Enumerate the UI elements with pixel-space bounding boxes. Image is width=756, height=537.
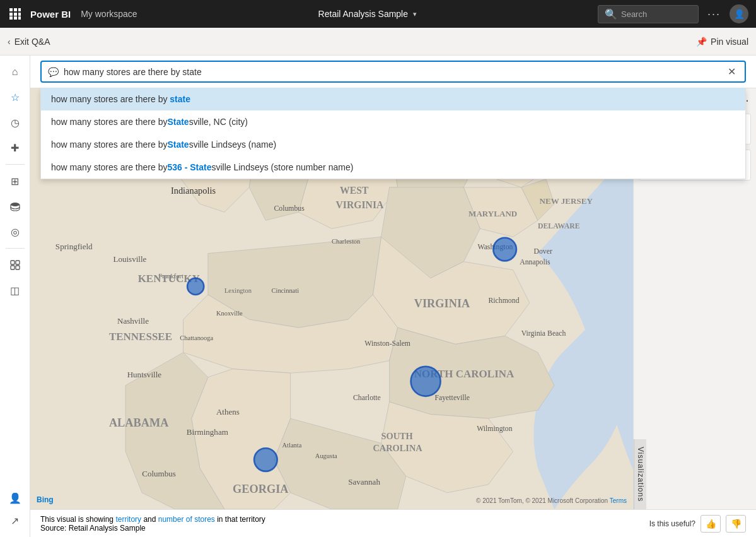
status-message: This visual is showing territory and num… xyxy=(40,515,265,533)
svg-text:Springfield: Springfield xyxy=(55,242,93,251)
bing-watermark: Bing xyxy=(37,495,54,504)
sidebar-item-metrics[interactable]: ◎ xyxy=(4,220,26,243)
left-sidebar: ⌂ ☆ ◷ ✚ ⊞ ◎ ◫ 👤 ↗ xyxy=(0,56,30,537)
back-chevron-icon: ‹ xyxy=(8,37,11,47)
status-suffix: in that territory xyxy=(215,515,265,524)
svg-text:Winston-Salem: Winston-Salem xyxy=(364,339,410,348)
avatar[interactable]: 👤 xyxy=(730,4,748,23)
svg-text:Wilmington: Wilmington xyxy=(477,425,513,433)
sidebar-bottom: 👤 ↗ xyxy=(4,487,26,532)
svg-text:Knoxville: Knoxville xyxy=(216,310,243,317)
qa-comment-icon: 💬 xyxy=(48,67,59,77)
status-source: Source: Retail Analysis Sample xyxy=(40,524,265,533)
main-layout: ⌂ ☆ ◷ ✚ ⊞ ◎ ◫ 👤 ↗ 💬 ✕ xyxy=(0,56,756,537)
avatar-icon: 👤 xyxy=(734,9,745,19)
svg-text:WEST: WEST xyxy=(340,185,369,196)
svg-text:Columbus: Columbus xyxy=(142,469,176,478)
svg-rect-2 xyxy=(18,8,21,11)
svg-text:TENNESSEE: TENNESSEE xyxy=(109,331,172,343)
thumbs-up-button[interactable]: 👍 xyxy=(701,515,721,533)
svg-text:VIRGINIA: VIRGINIA xyxy=(336,199,385,210)
status-stores: number of stores xyxy=(158,515,215,524)
bing-logo: Bing xyxy=(37,495,54,504)
pin-visual-button[interactable]: 📌 Pin visual xyxy=(696,37,748,47)
map-terms-link[interactable]: Terms xyxy=(610,497,627,504)
thumbs-up-icon: 👍 xyxy=(706,519,716,529)
search-input[interactable] xyxy=(621,9,692,19)
workspace-link[interactable]: My workspace xyxy=(81,9,137,19)
svg-text:Indianapolis: Indianapolis xyxy=(171,186,216,196)
sidebar-divider-2 xyxy=(6,248,25,249)
thumbs-down-button[interactable]: 👎 xyxy=(726,515,746,533)
sidebar-item-favorites[interactable]: ☆ xyxy=(4,86,26,109)
svg-text:GEORGIA: GEORGIA xyxy=(233,483,289,495)
qa-input-wrapper: 💬 ✕ xyxy=(40,61,746,83)
autocomplete-item-1[interactable]: how many stores are there by Statesville… xyxy=(41,110,745,133)
svg-point-64 xyxy=(254,448,277,471)
sidebar-item-account[interactable]: 👤 xyxy=(4,487,26,509)
qa-input[interactable] xyxy=(64,67,720,77)
sidebar-item-apps[interactable] xyxy=(4,254,26,276)
svg-text:Louisville: Louisville xyxy=(113,254,146,264)
sidebar-item-recent[interactable]: ◷ xyxy=(4,111,26,134)
brand-name: Power BI xyxy=(30,9,71,20)
svg-text:Athens: Athens xyxy=(216,407,240,416)
svg-text:Lexington: Lexington xyxy=(224,287,252,294)
svg-text:SOUTH: SOUTH xyxy=(381,431,412,441)
pin-icon: 📌 xyxy=(696,37,707,47)
svg-rect-4 xyxy=(14,13,17,16)
sidebar-item-learn[interactable]: ◫ xyxy=(4,279,26,302)
more-options-button[interactable]: ··· xyxy=(704,5,724,23)
autocomplete-item-2[interactable]: how many stores are there by Statesville… xyxy=(41,133,745,156)
top-navigation: Power BI My workspace Retail Analysis Sa… xyxy=(0,0,756,28)
svg-text:Cincinnati: Cincinnati xyxy=(272,287,299,294)
svg-text:Augusta: Augusta xyxy=(315,452,337,459)
apps-grid-icon[interactable] xyxy=(8,6,23,21)
sidebar-divider-1 xyxy=(6,164,25,165)
status-text-line1: This visual is showing territory and num… xyxy=(40,515,265,524)
visualizations-tab[interactable]: Visualizations xyxy=(634,439,646,509)
svg-text:Chattanooga: Chattanooga xyxy=(180,334,213,341)
svg-rect-3 xyxy=(9,13,13,16)
autocomplete-dropdown: how many stores are there by state how m… xyxy=(40,88,746,179)
status-territory: territory xyxy=(115,515,141,524)
sidebar-item-create[interactable]: ✚ xyxy=(4,136,26,159)
svg-rect-12 xyxy=(11,266,15,269)
search-box[interactable]: 🔍 xyxy=(598,5,699,23)
svg-text:Charlotte: Charlotte xyxy=(353,394,381,402)
qa-clear-button[interactable]: ✕ xyxy=(725,66,738,78)
svg-text:Fayetteville: Fayetteville xyxy=(434,394,470,402)
autocomplete-item-3[interactable]: how many stores are there by 536 - State… xyxy=(41,156,745,179)
svg-text:Richmond: Richmond xyxy=(488,297,519,305)
svg-text:Atlanta: Atlanta xyxy=(282,442,302,449)
pin-visual-label: Pin visual xyxy=(711,37,748,47)
svg-rect-7 xyxy=(14,16,17,20)
svg-text:Dover: Dover xyxy=(533,247,552,256)
svg-text:NEW JERSEY: NEW JERSEY xyxy=(540,196,593,206)
report-title-chevron-icon[interactable]: ▾ xyxy=(413,10,417,18)
qa-area: 💬 ✕ how many stores are there by state h… xyxy=(30,56,756,88)
search-icon: 🔍 xyxy=(605,8,617,20)
svg-text:ALABAMA: ALABAMA xyxy=(109,416,169,429)
sidebar-item-home[interactable]: ⌂ xyxy=(4,61,26,83)
svg-point-9 xyxy=(11,203,20,206)
svg-point-62 xyxy=(411,367,441,396)
useful-label: Is this useful? xyxy=(649,519,695,528)
sidebar-item-datahub[interactable] xyxy=(4,195,26,218)
svg-point-63 xyxy=(187,278,204,295)
status-right: Is this useful? 👍 👎 xyxy=(649,515,746,533)
sidebar-item-browse[interactable]: ⊞ xyxy=(4,170,26,192)
svg-rect-6 xyxy=(9,16,13,20)
svg-text:MARYLAND: MARYLAND xyxy=(468,209,517,218)
thumbs-down-icon: 👎 xyxy=(731,519,741,529)
map-copyright: © 2021 TomTom, © 2021 Microsoft Corporat… xyxy=(476,497,627,504)
svg-text:Virginia Beach: Virginia Beach xyxy=(521,329,566,338)
exit-qa-button[interactable]: ‹ Exit Q&A xyxy=(8,37,50,47)
exit-qa-label: Exit Q&A xyxy=(15,37,50,47)
svg-text:Columbus: Columbus xyxy=(274,204,305,213)
report-title[interactable]: Retail Analysis Sample xyxy=(318,9,408,19)
sidebar-item-expand[interactable]: ↗ xyxy=(4,509,26,532)
autocomplete-item-0[interactable]: how many stores are there by state xyxy=(41,88,745,110)
svg-rect-10 xyxy=(11,261,15,264)
svg-rect-1 xyxy=(14,8,17,11)
